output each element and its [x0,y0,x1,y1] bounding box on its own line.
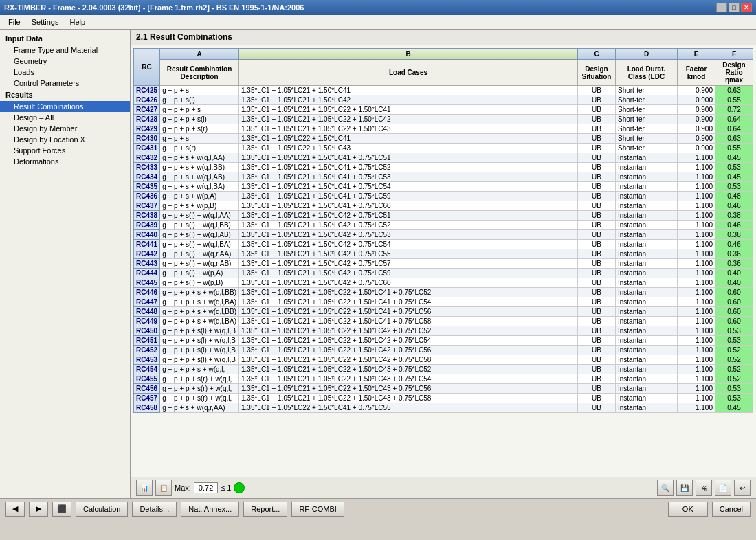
table-row[interactable]: RC455 g + p + p + s(r) + w(q,l, 1.35*LC1… [134,374,753,384]
duration-cell: Instantan [616,394,678,403]
table-row[interactable]: RC433 g + p + s + w(q,l,BB) 1.35*LC1 + 1… [134,163,753,172]
table-row[interactable]: RC434 g + p + s + w(q,l,AB) 1.35*LC1 + 1… [134,172,753,182]
description-cell: g + p + s [160,134,239,144]
ratio-cell: 0.53 [715,182,753,192]
rc-cell: RC427 [134,105,160,115]
table-row[interactable]: RC450 g + p + p + s(l) + w(q,l,B 1.35*LC… [134,326,753,336]
table-row[interactable]: RC436 g + p + s + w(p,A) 1.35*LC1 + 1.05… [134,192,753,201]
main-layout: Input Data Frame Type and Material Geome… [0,30,756,498]
duration-cell: Instantan [616,192,678,201]
table-row[interactable]: RC457 g + p + p + s(r) + w(q,l, 1.35*LC1… [134,394,753,403]
table-row[interactable]: RC427 g + p + p + s 1.35*LC1 + 1.05*LC21… [134,105,753,115]
description-cell: g + p + s [160,86,239,95]
sidebar-item-result-combinations[interactable]: Result Combinations [0,101,130,112]
menu-settings[interactable]: Settings [26,16,65,27]
table-row[interactable]: RC453 g + p + p + s(l) + w(q,l,B 1.35*LC… [134,355,753,365]
nat-annex-button[interactable]: Nat. Annex... [181,502,239,517]
nav-btn-prev[interactable]: ◀ [5,502,25,517]
table-row[interactable]: RC440 g + p + s(l) + w(q,l,AB) 1.35*LC1 … [134,230,753,240]
content-header: 2.1 Result Combinations [131,30,756,45]
table-row[interactable]: RC429 g + p + p + s(r) 1.35*LC1 + 1.05*L… [134,124,753,134]
table-container[interactable]: RC A B C D E F Result Combination Descri… [131,45,756,477]
table-row[interactable]: RC435 g + p + s + w(q,l,BA) 1.35*LC1 + 1… [134,182,753,192]
description-cell: g + p + p + s + w(q,l,BB) [160,307,239,317]
table-row[interactable]: RC447 g + p + p + s + w(q,l,BA) 1.35*LC1… [134,297,753,307]
ratio-cell: 0.63 [715,86,753,95]
toolbar-btn-2[interactable]: 📋 [155,480,172,496]
sidebar-item-support-forces[interactable]: Support Forces [0,145,130,156]
toolbar-btn-4[interactable]: 💾 [676,480,693,496]
sidebar-item-geometry[interactable]: Geometry [0,56,130,67]
factor-cell: 0.900 [678,86,715,95]
menu-help[interactable]: Help [64,16,91,27]
table-row[interactable]: RC438 g + p + s(l) + w(q,l,AA) 1.35*LC1 … [134,211,753,221]
table-row[interactable]: RC432 g + p + s + w(q,l,AA) 1.35*LC1 + 1… [134,153,753,163]
sidebar-item-frame-type[interactable]: Frame Type and Material [0,45,130,56]
rc-cell: RC443 [134,259,160,269]
table-row[interactable]: RC446 g + p + p + s + w(q,l,BB) 1.35*LC1… [134,288,753,297]
situation-cell: UB [578,259,616,269]
close-button[interactable]: ✕ [741,3,752,12]
nav-btn-next[interactable]: ▶ [29,502,48,517]
situation-cell: UB [578,115,616,124]
rc-cell: RC450 [134,326,160,336]
maximize-button[interactable]: □ [729,3,740,12]
table-row[interactable]: RC456 g + p + p + s(r) + w(q,l, 1.35*LC1… [134,384,753,394]
situation-cell: UB [578,355,616,365]
situation-cell: UB [578,317,616,326]
description-cell: g + p + p + s(l) + w(q,l,B [160,326,239,336]
table-row[interactable]: RC443 g + p + s(l) + w(q,r,AB) 1.35*LC1 … [134,259,753,269]
table-row[interactable]: RC449 g + p + p + s + w(q,l,BA) 1.35*LC1… [134,317,753,326]
situation-cell: UB [578,336,616,346]
toolbar-btn-3[interactable]: 🔍 [657,480,674,496]
ratio-cell: 0.46 [715,240,753,249]
sidebar-item-loads[interactable]: Loads [0,67,130,78]
nav-btn-home[interactable]: ⬛ [52,502,71,517]
load-cases-cell: 1.35*LC1 + 1.05*LC21 + 1.50*LC41 + 0.75*… [238,153,577,163]
minimize-button[interactable]: ─ [716,3,727,12]
sidebar-item-design-all[interactable]: Design – All [0,112,130,123]
ratio-cell: 0.48 [715,192,753,201]
details-button[interactable]: Details... [132,502,177,517]
ok-button[interactable]: OK [668,502,708,517]
sidebar-item-deformations[interactable]: Deformations [0,156,130,167]
duration-cell: Short-ter [616,86,678,95]
table-row[interactable]: RC441 g + p + s(l) + w(q,l,BA) 1.35*LC1 … [134,240,753,249]
toolbar-btn-5[interactable]: 🖨 [696,480,712,496]
sidebar-item-control-params[interactable]: Control Parameters [0,78,130,89]
sidebar-item-design-by-member[interactable]: Design by Member [0,123,130,134]
load-cases-cell: 1.35*LC1 + 1.05*LC21 + 1.05*LC22 + 1.50*… [238,374,577,384]
table-row[interactable]: RC430 g + p + s 1.35*LC1 + 1.05*LC22 + 1… [134,134,753,144]
table-row[interactable]: RC452 g + p + p + s(l) + w(q,l,B 1.35*LC… [134,346,753,355]
description-cell: g + p + s + w(q,r,AA) [160,403,239,413]
table-row[interactable]: RC454 g + p + p + s + w(q,l, 1.35*LC1 + … [134,365,753,374]
table-row[interactable]: RC445 g + p + s(l) + w(p,B) 1.35*LC1 + 1… [134,278,753,288]
table-row[interactable]: RC444 g + p + s(l) + w(p,A) 1.35*LC1 + 1… [134,269,753,278]
rf-combi-button[interactable]: RF-COMBI [291,502,344,517]
cancel-button[interactable]: Cancel [712,502,751,517]
sidebar-item-design-by-location[interactable]: Design by Location X [0,134,130,145]
description-cell: g + p + s + w(q,l,AB) [160,172,239,182]
table-row[interactable]: RC431 g + p + s(r) 1.35*LC1 + 1.05*LC22 … [134,144,753,153]
table-row[interactable]: RC437 g + p + s + w(p,B) 1.35*LC1 + 1.05… [134,201,753,211]
description-cell: g + p + s(l) + w(q,r,AB) [160,259,239,269]
table-row[interactable]: RC425 g + p + s 1.35*LC1 + 1.05*LC21 + 1… [134,86,753,95]
toolbar-btn-7[interactable]: ↩ [734,480,751,496]
table-row[interactable]: RC428 g + p + p + s(l) 1.35*LC1 + 1.05*L… [134,115,753,124]
factor-cell: 0.900 [678,95,715,105]
rc-cell: RC425 [134,86,160,95]
menu-file[interactable]: File [3,16,26,27]
calculation-button[interactable]: Calculation [76,502,128,517]
table-row[interactable]: RC448 g + p + p + s + w(q,l,BB) 1.35*LC1… [134,307,753,317]
report-button[interactable]: Report... [243,502,287,517]
table-row[interactable]: RC426 g + p + s(l) 1.35*LC1 + 1.05*LC21 … [134,95,753,105]
duration-cell: Instantan [616,317,678,326]
table-row[interactable]: RC451 g + p + p + s(l) + w(q,l,B 1.35*LC… [134,336,753,346]
ratio-cell: 0.55 [715,95,753,105]
table-row[interactable]: RC442 g + p + s(l) + w(q,r,AA) 1.35*LC1 … [134,249,753,259]
table-row[interactable]: RC458 g + p + s + w(q,r,AA) 1.35*LC1 + 1… [134,403,753,413]
toolbar-btn-6[interactable]: 📄 [715,480,731,496]
table-row[interactable]: RC439 g + p + s(l) + w(q,l,BB) 1.35*LC1 … [134,221,753,230]
sidebar-input-header: Input Data [0,32,130,45]
toolbar-btn-1[interactable]: 📊 [136,480,153,496]
